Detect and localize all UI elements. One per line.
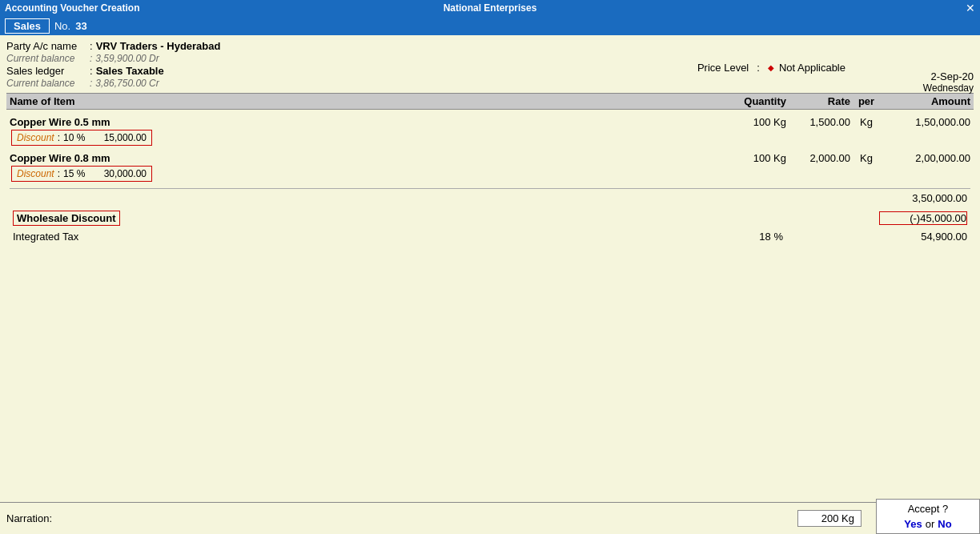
sales-current-balance-row: Current balance : 3,86,750.00 Cr	[6, 78, 220, 89]
item-name-2: Copper Wire 0.8 mm	[10, 152, 690, 164]
header-rate: Rate	[786, 95, 850, 107]
discount-amt-2: 30,000.00	[90, 168, 147, 179]
integrated-tax-label: Integrated Tax	[13, 231, 687, 243]
discount-row-1: Discount : 10 % 15,000.00	[11, 130, 970, 146]
no-button[interactable]: No	[938, 518, 951, 530]
table-row: Copper Wire 0.5 mm 100 Kg 1,500.00 Kg 1,…	[10, 116, 970, 146]
accept-question: Accept ?	[883, 503, 973, 515]
sales-ledger-value: Sales Taxable	[96, 65, 164, 77]
discount-amt-1: 15,000.00	[90, 132, 147, 143]
header-name: Name of Item	[10, 95, 690, 107]
discount-label-1: Discount	[17, 132, 54, 143]
table-header: Name of Item Quantity Rate per Amount	[6, 93, 974, 110]
company-name: National Enterprises	[444, 2, 537, 14]
party-ac-row: Party A/c name : VRV Traders - Hyderabad	[6, 40, 220, 52]
title-bar: Accounting Voucher Creation National Ent…	[0, 0, 980, 16]
main-content: 2-Sep-20 Wednesday Party A/c name : VRV …	[0, 35, 980, 534]
or-text: or	[926, 518, 935, 530]
item-amount-2: 2,00,000.00	[882, 152, 970, 164]
item-rate-1: 1,500.00	[786, 116, 850, 128]
item-amount-1: 1,50,000.00	[882, 116, 970, 128]
price-level-value: Not Applicable	[779, 62, 845, 74]
integrated-tax-amount: 54,900.00	[879, 231, 967, 243]
top-bar: Sales No. 33	[0, 16, 980, 35]
table-row: Copper Wire 0.8 mm 100 Kg 2,000.00 Kg 2,…	[10, 152, 970, 182]
party-left: Party A/c name : VRV Traders - Hyderabad…	[6, 40, 220, 90]
item-name-1: Copper Wire 0.5 mm	[10, 116, 690, 128]
item-qty-1: 100 Kg	[690, 116, 786, 128]
discount-box-1: Discount : 10 % 15,000.00	[11, 130, 152, 146]
wholesale-name-cell: Wholesale Discount	[13, 211, 687, 226]
narration-bar: Narration: 200 Kg	[0, 502, 980, 534]
wholesale-row: Wholesale Discount (-)45,000.00	[10, 209, 970, 227]
item-qty-2: 100 Kg	[690, 152, 786, 164]
accept-actions: Yes or No	[883, 518, 973, 530]
item-rate-2: 2,000.00	[786, 152, 850, 164]
header-amount: Amount	[882, 95, 970, 107]
party-section: Party A/c name : VRV Traders - Hyderabad…	[6, 40, 974, 90]
price-level-section: Price Level : ◆ Not Applicable	[697, 45, 845, 90]
sales-current-balance-value: 3,86,750.00 Cr	[95, 78, 159, 89]
item-name-row-1: Copper Wire 0.5 mm 100 Kg 1,500.00 Kg 1,…	[10, 116, 970, 128]
voucher-no-value: 33	[75, 20, 86, 32]
voucher-no-label: No.	[54, 20, 70, 32]
current-balance-label: Current balance	[6, 53, 86, 64]
price-level-label: Price Level	[697, 62, 749, 74]
narration-label: Narration:	[6, 512, 70, 524]
header-per: per	[850, 95, 882, 107]
close-button[interactable]: ✕	[966, 2, 975, 14]
voucher-type-badge: Sales	[5, 18, 50, 34]
accept-dialog: Accept ? Yes or No	[876, 499, 980, 534]
wholesale-discount-label: Wholesale Discount	[13, 211, 120, 226]
current-balance-row: Current balance : 3,59,900.00 Dr	[6, 53, 220, 64]
table-body: Copper Wire 0.5 mm 100 Kg 1,500.00 Kg 1,…	[6, 116, 974, 244]
item-name-row-2: Copper Wire 0.8 mm 100 Kg 2,000.00 Kg 2,…	[10, 152, 970, 164]
item-per-2: Kg	[850, 152, 882, 164]
date-value: 2-Sep-20	[923, 70, 974, 82]
discount-pct-2: 15 %	[63, 168, 87, 179]
header-qty: Quantity	[690, 95, 786, 107]
discount-pct-1: 10 %	[63, 132, 87, 143]
wholesale-amount: (-)45,000.00	[879, 211, 967, 225]
sales-current-balance-label: Current balance	[6, 78, 86, 89]
sales-ledger-label: Sales ledger	[6, 65, 86, 77]
date-section: 2-Sep-20 Wednesday	[923, 70, 974, 94]
integrated-tax-row: Integrated Tax 18 % 54,900.00	[10, 229, 970, 244]
yes-button[interactable]: Yes	[904, 518, 922, 530]
discount-row-2: Discount : 15 % 30,000.00	[11, 166, 970, 182]
price-level-diamond: ◆	[768, 63, 774, 72]
total-qty-box: 200 Kg	[797, 510, 862, 527]
item-per-1: Kg	[850, 116, 882, 128]
discount-box-2: Discount : 15 % 30,000.00	[11, 166, 152, 182]
integrated-tax-qty: 18 %	[687, 231, 783, 243]
app-title: Accounting Voucher Creation	[5, 2, 139, 14]
discount-label-2: Discount	[17, 168, 54, 179]
current-balance-value: 3,59,900.00 Dr	[95, 53, 159, 64]
subtotal-amount: 3,50,000.00	[879, 192, 967, 204]
day-value: Wednesday	[923, 82, 974, 94]
party-ac-value: VRV Traders - Hyderabad	[96, 40, 221, 52]
subtotal-row: 3,50,000.00	[10, 188, 970, 207]
party-ac-label: Party A/c name	[6, 40, 86, 52]
sales-ledger-row: Sales ledger : Sales Taxable	[6, 65, 220, 77]
